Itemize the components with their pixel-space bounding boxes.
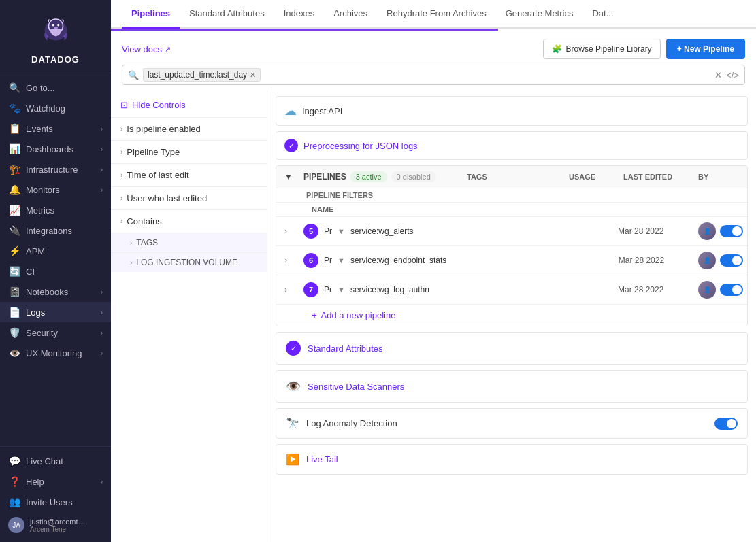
pipeline-by-5: 👤 xyxy=(698,222,739,240)
sidebar-item-watchdog[interactable]: 🐾 Watchdog xyxy=(0,98,111,118)
pipeline-row-ingest[interactable]: ☁ Ingest API xyxy=(276,97,747,125)
sidebar-item-dashboards[interactable]: 📊 Dashboards › xyxy=(0,139,111,159)
dashboards-icon: 📊 xyxy=(8,143,20,154)
new-pipeline-button[interactable]: + New Pipeline xyxy=(666,39,745,59)
tab-standard-attributes[interactable]: Standard Attributes xyxy=(180,0,274,29)
sidebar-item-ci[interactable]: 🔄 CI xyxy=(0,261,111,282)
sidebar-item-metrics[interactable]: 📈 Metrics xyxy=(0,200,111,220)
sidebar-item-help[interactable]: ❓ Help › xyxy=(0,471,111,492)
filter-icon: ▼ xyxy=(338,256,345,265)
anomaly-detection-toggle[interactable] xyxy=(714,418,738,430)
pipeline-tag-6: service:wg_endpoint_stats xyxy=(350,256,446,265)
expand-icon[interactable]: › xyxy=(284,226,298,236)
svg-point-3 xyxy=(52,24,54,27)
live-tail-row[interactable]: ▶️ Live Tail xyxy=(276,444,748,475)
sidebar-item-monitors[interactable]: 🔔 Monitors › xyxy=(0,180,111,200)
sidebar-item-notebooks[interactable]: 📓 Notebooks › xyxy=(0,282,111,302)
pipeline-by-6: 👤 xyxy=(698,252,739,269)
security-icon: 🛡️ xyxy=(8,327,20,338)
logs-icon: 📄 xyxy=(8,307,20,318)
user-org: Arcem Tene xyxy=(30,526,84,533)
sidebar-item-apm[interactable]: ⚡ APM xyxy=(0,241,111,261)
expand-icon[interactable]: › xyxy=(284,256,298,265)
tab-rehydrate[interactable]: Rehydrate From Archives xyxy=(377,0,496,29)
play-icon: ▶️ xyxy=(286,453,299,466)
col-usage-header: USAGE xyxy=(569,173,623,181)
filter-section-pipeline-enabled: › Is pipeline enabled xyxy=(111,117,267,140)
add-pipeline-button[interactable]: + Add a new pipeline xyxy=(276,305,747,326)
sidebar-item-live-chat[interactable]: 💬 Live Chat xyxy=(0,451,111,471)
standard-attributes-row[interactable]: ✓ Standard Attributes xyxy=(276,332,748,365)
standard-attributes-label: Standard Attributes xyxy=(308,343,383,354)
sidebar-item-logs[interactable]: 📄 Logs › xyxy=(0,302,111,322)
scanner-icon: 👁️ xyxy=(286,379,301,394)
ci-icon: 🔄 xyxy=(8,266,20,277)
col-last-edited-header: LAST EDITED xyxy=(623,173,698,181)
search-icon: 🔍 xyxy=(8,82,20,93)
expand-icon[interactable]: › xyxy=(284,285,298,294)
pipeline-toggle-5[interactable] xyxy=(720,225,743,237)
tab-dat[interactable]: Dat... xyxy=(582,0,623,29)
chevron-right-icon: › xyxy=(101,478,103,486)
pipelines-panel: ☁ Ingest API ✓ Preprocessing for JSON lo… xyxy=(267,90,756,542)
pipeline-number-7: 7 xyxy=(303,282,318,297)
filter-section-user-edited: › User who last edited xyxy=(111,186,267,209)
filter-header-pipeline-type[interactable]: › Pipeline Type xyxy=(111,141,267,163)
sensitive-data-scanners-row[interactable]: 👁️ Sensitive Data Scanners xyxy=(276,370,748,403)
code-view-button[interactable]: </> xyxy=(726,70,739,80)
sidebar-item-goto[interactable]: 🔍 Go to... xyxy=(0,78,111,98)
collapse-icon[interactable]: ▼ xyxy=(284,172,298,182)
sidebar-item-ux-monitoring[interactable]: 👁️ UX Monitoring › xyxy=(0,343,111,363)
filter-header-time-edit[interactable]: › Time of last edit xyxy=(111,164,267,186)
sidebar-item-events[interactable]: 📋 Events › xyxy=(0,118,111,139)
pipeline-toggle-7[interactable] xyxy=(720,284,743,296)
sidebar-item-security[interactable]: 🛡️ Security › xyxy=(0,322,111,343)
sidebar-item-invite-users[interactable]: 👥 Invite Users xyxy=(0,492,111,512)
metrics-icon: 📈 xyxy=(8,205,20,216)
live-tail-label: Live Tail xyxy=(306,454,338,464)
filter-sub-log-ingestion[interactable]: › LOG INGESTION VOLUME xyxy=(111,253,267,272)
external-link-icon: ↗ xyxy=(165,45,171,54)
chevron-right-icon: › xyxy=(101,309,103,316)
ux-icon: 👁️ xyxy=(8,348,20,358)
search-tag-close-button[interactable]: ✕ xyxy=(250,71,256,80)
table-columns: TAGS USAGE LAST EDITED BY xyxy=(467,173,739,181)
sidebar-user[interactable]: JA justin@arcemt... Arcem Tene xyxy=(0,512,111,538)
filter-header-pipeline-enabled[interactable]: › Is pipeline enabled xyxy=(111,118,267,140)
pipeline-filters-label: PIPELINE FILTERS xyxy=(306,191,520,199)
search-bar[interactable]: 🔍 last_updated_time:last_day ✕ ✕ </> xyxy=(122,65,745,85)
filter-icon: ▼ xyxy=(338,286,345,294)
pipeline-tag-7: service:wg_log_authn xyxy=(350,285,445,294)
col-tags-header: TAGS xyxy=(467,173,569,181)
filter-section-contains: › Contains xyxy=(111,209,267,233)
tab-indexes[interactable]: Indexes xyxy=(274,0,325,29)
tab-generate-metrics[interactable]: Generate Metrics xyxy=(496,0,583,29)
chevron-right-icon: › xyxy=(130,239,132,247)
chevron-right-icon: › xyxy=(101,166,103,173)
avatar: 👤 xyxy=(698,252,716,269)
filter-header-user-edited[interactable]: › User who last edited xyxy=(111,187,267,209)
toolbar: View docs ↗ 🧩 Browse Pipeline Library + … xyxy=(111,31,756,65)
svg-point-4 xyxy=(57,24,59,27)
filter-section-time-edit: › Time of last edit xyxy=(111,163,267,186)
filter-sub-tags[interactable]: › TAGS xyxy=(111,233,267,252)
view-docs-link[interactable]: View docs ↗ xyxy=(122,44,171,54)
clear-search-button[interactable]: ✕ xyxy=(714,70,722,80)
tab-pipelines[interactable]: Pipelines xyxy=(122,0,180,29)
svg-point-5 xyxy=(54,27,58,29)
hide-controls-button[interactable]: ⊡ Hide Controls xyxy=(111,96,267,114)
filter-header-contains[interactable]: › Contains xyxy=(111,210,267,233)
body-split: ⊡ Hide Controls › Is pipeline enabled › … xyxy=(111,90,756,542)
pipeline-row-preprocessing[interactable]: ✓ Preprocessing for JSON logs xyxy=(276,132,747,159)
log-anomaly-detection-row[interactable]: 🔭 Log Anomaly Detection xyxy=(276,408,748,439)
browse-pipeline-button[interactable]: 🧩 Browse Pipeline Library xyxy=(543,39,661,59)
avatar: 👤 xyxy=(698,222,716,240)
sidebar-item-infrastructure[interactable]: 🏗️ Infrastructure › xyxy=(0,159,111,180)
sidebar-item-integrations[interactable]: 🔌 Integrations xyxy=(0,220,111,241)
tab-archives[interactable]: Archives xyxy=(324,0,377,29)
pipeline-last-edited-7: Mar 28 2022 xyxy=(618,285,693,294)
pipeline-toggle-6[interactable] xyxy=(720,254,743,267)
filter-panel: ⊡ Hide Controls › Is pipeline enabled › … xyxy=(111,90,267,542)
notebooks-icon: 📓 xyxy=(8,286,20,297)
chevron-right-icon: › xyxy=(101,288,103,296)
